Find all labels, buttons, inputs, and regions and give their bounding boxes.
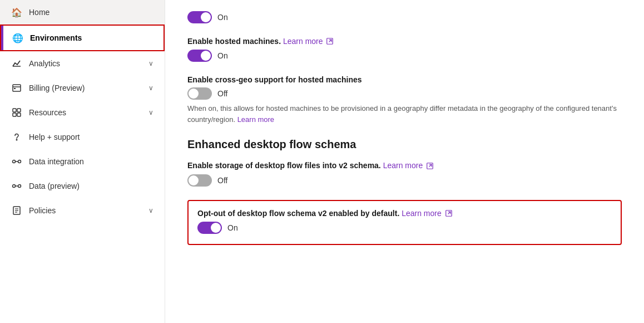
hosted-machines-toggle-status: On: [217, 51, 228, 60]
top-toggle-status: On: [217, 13, 228, 22]
resources-icon: [11, 107, 22, 118]
opt-out-toggle-status: On: [227, 223, 238, 232]
svg-rect-6: [13, 113, 16, 116]
toggle-knob: [189, 175, 199, 185]
sidebar-label-analytics: Analytics: [29, 59, 142, 68]
opt-out-box: Opt-out of desktop flow schema v2 enable…: [187, 200, 622, 245]
external-link-icon-v2: [427, 162, 433, 171]
sidebar-item-environments[interactable]: 🌐 Environments: [0, 25, 165, 51]
sidebar-label-data-preview: Data (preview): [29, 182, 153, 190]
opt-out-label: Opt-out of desktop flow schema v2 enable…: [197, 209, 612, 218]
chevron-down-icon-policies: ∨: [148, 207, 153, 214]
sidebar-label-data-integration: Data integration: [29, 157, 153, 166]
svg-point-13: [18, 185, 21, 188]
sidebar-label-environments: Environments: [30, 33, 152, 42]
sidebar-item-home[interactable]: 🏠 Home: [0, 0, 165, 25]
hosted-machines-learn-more[interactable]: Learn more: [283, 37, 323, 46]
sidebar-label-resources: Resources: [29, 108, 142, 117]
svg-rect-7: [17, 113, 21, 116]
chevron-down-icon-billing: ∨: [148, 84, 153, 92]
toggle-knob: [201, 12, 211, 22]
cross-geo-toggle-status: Off: [217, 89, 227, 98]
home-icon: 🏠: [11, 7, 22, 18]
data-preview-icon: [11, 180, 22, 192]
opt-out-learn-more[interactable]: Learn more: [402, 209, 442, 218]
help-icon: [11, 131, 22, 143]
external-link-icon: [326, 37, 333, 46]
storage-v2-group: Enable storage of desktop flow files int…: [187, 161, 622, 186]
cross-geo-toggle-row: Off: [187, 87, 622, 100]
main-content: On Enable hosted machines. Learn more On…: [165, 0, 644, 323]
toggle-knob: [189, 89, 199, 99]
hosted-machines-group: Enable hosted machines. Learn more On: [187, 37, 622, 62]
sidebar-item-data-preview[interactable]: Data (preview): [0, 174, 165, 198]
storage-v2-toggle-status: Off: [217, 176, 227, 185]
section-title-enhanced: Enhanced desktop flow schema: [187, 138, 622, 151]
storage-v2-learn-more[interactable]: Learn more: [383, 161, 423, 170]
toggle-knob: [201, 51, 211, 61]
chevron-down-icon-resources: ∨: [148, 109, 153, 116]
opt-out-toggle[interactable]: [197, 222, 222, 234]
sidebar-label-home: Home: [29, 8, 153, 17]
top-toggle[interactable]: [187, 11, 212, 23]
sidebar-item-data-integration[interactable]: Data integration: [0, 149, 165, 174]
hosted-machines-toggle-row: On: [187, 50, 622, 62]
top-toggle-group: On: [187, 11, 622, 23]
cross-geo-group: Enable cross-geo support for hosted mach…: [187, 75, 622, 125]
chevron-down-icon: ∨: [148, 60, 153, 67]
svg-point-8: [16, 139, 18, 141]
data-integration-icon: [11, 156, 22, 167]
policies-icon: [11, 205, 22, 216]
analytics-icon: [11, 58, 22, 69]
globe-icon: 🌐: [12, 32, 23, 43]
storage-v2-toggle-row: Off: [187, 174, 622, 187]
sidebar-label-help: Help + support: [29, 133, 153, 141]
cross-geo-learn-more[interactable]: Learn more: [237, 115, 274, 124]
sidebar-label-billing: Billing (Preview): [29, 84, 142, 92]
toggle-knob: [211, 223, 221, 233]
top-toggle-row: On: [187, 11, 622, 23]
cross-geo-label: Enable cross-geo support for hosted mach…: [187, 75, 622, 84]
billing-icon: [11, 82, 22, 94]
hosted-machines-label: Enable hosted machines. Learn more: [187, 37, 622, 46]
sidebar-item-policies[interactable]: Policies ∨: [0, 198, 165, 223]
sidebar: 🏠 Home 🌐 Environments Analytics ∨ Billin…: [0, 0, 165, 323]
storage-v2-toggle[interactable]: [187, 174, 212, 187]
sidebar-item-resources[interactable]: Resources ∨: [0, 100, 165, 125]
sidebar-item-billing[interactable]: Billing (Preview) ∨: [0, 76, 165, 100]
sidebar-item-help[interactable]: Help + support: [0, 125, 165, 149]
svg-rect-4: [13, 109, 16, 112]
opt-out-toggle-row: On: [197, 222, 612, 234]
sidebar-label-policies: Policies: [29, 206, 142, 215]
storage-v2-label: Enable storage of desktop flow files int…: [187, 161, 622, 170]
hosted-machines-toggle[interactable]: [187, 50, 212, 62]
svg-rect-3: [14, 88, 16, 89]
svg-point-12: [13, 185, 16, 188]
svg-rect-5: [17, 109, 21, 112]
svg-point-9: [13, 160, 16, 163]
external-link-icon-opt-out: [445, 209, 452, 218]
sidebar-item-analytics[interactable]: Analytics ∨: [0, 51, 165, 76]
svg-point-10: [18, 160, 21, 163]
cross-geo-toggle[interactable]: [187, 87, 212, 100]
cross-geo-description: When on, this allows for hosted machines…: [187, 103, 622, 125]
